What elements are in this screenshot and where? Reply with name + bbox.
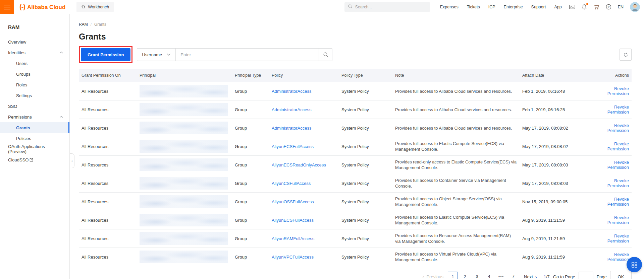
workbench-label: Workbench (88, 5, 109, 9)
goto-page-ok-button[interactable]: OK (610, 271, 632, 279)
cell-attach-date: Aug 9, 2019, 11:21:59 (520, 248, 590, 266)
pagination: ‹ Previous 1234•••7 Next › 1/7 Go to Pag… (79, 271, 632, 279)
table-row: All Resources Group AdministratorAccess … (79, 119, 632, 137)
cell-grant-permission-on: All Resources (79, 248, 137, 266)
sidebar-item-cloudsso[interactable]: CloudSSO (0, 154, 69, 165)
grid-icon (631, 262, 638, 268)
total-pages-indicator: /7 (546, 274, 550, 279)
policy-link[interactable]: AliyunECSReadOnlyAccess (272, 162, 326, 167)
revoke-permission-link[interactable]: Revoke Permission (607, 252, 629, 262)
revoke-permission-link[interactable]: Revoke Permission (607, 178, 629, 188)
cell-grant-permission-on: All Resources (79, 193, 137, 211)
hamburger-menu-icon[interactable] (0, 0, 14, 14)
refresh-button[interactable] (620, 49, 632, 61)
cell-note: Provides full access to Resource Access … (392, 229, 520, 248)
page-number-7[interactable]: 7 (508, 272, 518, 279)
chevron-right-icon: › (535, 274, 537, 279)
revoke-permission-link[interactable]: Revoke Permission (607, 141, 629, 151)
cell-principal (137, 229, 232, 248)
floating-apps-button[interactable] (627, 257, 642, 272)
cell-principal-type: Group (232, 156, 269, 174)
revoke-permission-link[interactable]: Revoke Permission (607, 86, 629, 96)
sidebar-item-roles[interactable]: Roles (0, 79, 69, 90)
chevron-down-icon (167, 53, 171, 56)
cell-grant-permission-on: All Resources (79, 174, 137, 193)
logo-text: Alibaba Cloud (27, 4, 65, 11)
revoke-permission-link[interactable]: Revoke Permission (607, 233, 629, 243)
revoke-permission-link[interactable]: Revoke Permission (607, 215, 629, 225)
page-number-2[interactable]: 2 (460, 272, 470, 279)
filter-field-label: Username (142, 52, 162, 57)
page-number-4[interactable]: 4 (484, 272, 494, 279)
nav-item-tickets[interactable]: Tickets (467, 5, 480, 9)
sidebar-item-permissions[interactable]: Permissions (0, 112, 69, 122)
header-search[interactable] (344, 2, 430, 12)
next-page-button[interactable]: Next › (524, 274, 537, 279)
main-content: RAM / Grants Grants Grant Permission Use… (70, 14, 644, 279)
sidebar-item-grants[interactable]: Grants (0, 122, 69, 133)
language-selector[interactable]: EN (618, 5, 624, 9)
sidebar-title: RAM (0, 14, 69, 37)
cell-actions: Revoke Permission (590, 156, 632, 174)
cell-attach-date: Aug 9, 2019, 11:21:59 (520, 229, 590, 248)
search-icon (348, 4, 353, 10)
policy-link[interactable]: AdministratorAccess (272, 107, 311, 112)
breadcrumb-root[interactable]: RAM (79, 22, 88, 27)
policy-link[interactable]: AliyunECSFullAccess (272, 218, 314, 223)
policy-link[interactable]: AdministratorAccess (272, 126, 311, 131)
sidebar-item-sso[interactable]: SSO (0, 101, 69, 112)
page-number-1[interactable]: 1 (448, 272, 458, 279)
sidebar-item-identities[interactable]: Identities (0, 47, 69, 58)
cart-icon[interactable] (593, 4, 599, 10)
console-terminal-icon[interactable] (569, 4, 575, 9)
policy-link[interactable]: AliyunOSSFullAccess (272, 199, 314, 204)
sidebar-item-label: Policies (16, 136, 31, 141)
column-header-grant-permission-on: Grant Permission On (79, 69, 137, 82)
filter-field-select[interactable]: Username (137, 49, 176, 61)
nav-item-support[interactable]: Support (531, 5, 546, 9)
cell-attach-date: Aug 9, 2019, 11:21:59 (520, 211, 590, 229)
sidebar-item-label: Users (16, 61, 28, 66)
grant-permission-button[interactable]: Grant Permission (81, 48, 130, 61)
previous-page-button[interactable]: ‹ Previous (422, 274, 443, 279)
policy-link[interactable]: AliyunVPCFullAccess (272, 255, 314, 260)
cell-attach-date: May 17, 2019, 08:08:02 (520, 137, 590, 156)
revoke-permission-link[interactable]: Revoke Permission (607, 160, 629, 170)
cell-grant-permission-on: All Resources (79, 211, 137, 229)
user-avatar[interactable] (630, 2, 640, 12)
goto-page-input[interactable] (579, 272, 593, 279)
cell-policy-type: System Policy (339, 119, 392, 137)
sidebar-item-users[interactable]: Users (0, 58, 69, 69)
policy-link[interactable]: AliyunRAMFullAccess (272, 236, 314, 241)
alibaba-cloud-logo[interactable]: (-) Alibaba Cloud (19, 3, 65, 11)
page-ellipsis[interactable]: ••• (496, 272, 506, 279)
policy-link[interactable]: AliyunCSFullAccess (272, 181, 311, 186)
sidebar-item-overview[interactable]: Overview (0, 37, 69, 47)
filter-input[interactable] (176, 49, 319, 61)
revoke-permission-link[interactable]: Revoke Permission (607, 123, 629, 133)
filter-search-button[interactable] (319, 49, 332, 61)
workbench-button[interactable]: Workbench (76, 2, 114, 12)
nav-item-enterprise[interactable]: Enterprise (504, 5, 523, 9)
table-header-row: Grant Permission OnPrincipalPrincipal Ty… (79, 69, 632, 82)
revoke-permission-link[interactable]: Revoke Permission (607, 104, 629, 115)
nav-item-app[interactable]: App (554, 5, 561, 9)
table-row: All Resources Group AliyunECSReadOnlyAcc… (79, 156, 632, 174)
help-icon[interactable]: ? (606, 4, 611, 10)
nav-item-icp[interactable]: ICP (488, 5, 495, 9)
header-nav: ExpensesTicketsICPEnterpriseSupportApp (440, 5, 562, 9)
redacted-principal (140, 232, 228, 245)
sidebar-collapse-handle[interactable]: ‹ (70, 153, 74, 168)
nav-item-expenses[interactable]: Expenses (440, 5, 459, 9)
notification-bell-icon[interactable] (582, 4, 587, 10)
policy-link[interactable]: AdministratorAccess (272, 89, 311, 94)
sidebar-item-oauth-applications-preview[interactable]: OAuth Applications (Preview) (0, 144, 69, 154)
header-search-input[interactable] (355, 5, 427, 9)
policy-link[interactable]: AliyunECSFullAccess (272, 144, 314, 149)
revoke-permission-link[interactable]: Revoke Permission (607, 197, 629, 207)
sidebar-item-groups[interactable]: Groups (0, 69, 69, 79)
cell-principal-type: Group (232, 174, 269, 193)
page-number-3[interactable]: 3 (472, 272, 482, 279)
sidebar-item-policies[interactable]: Policies (0, 133, 69, 144)
sidebar-item-settings[interactable]: Settings (0, 90, 69, 101)
